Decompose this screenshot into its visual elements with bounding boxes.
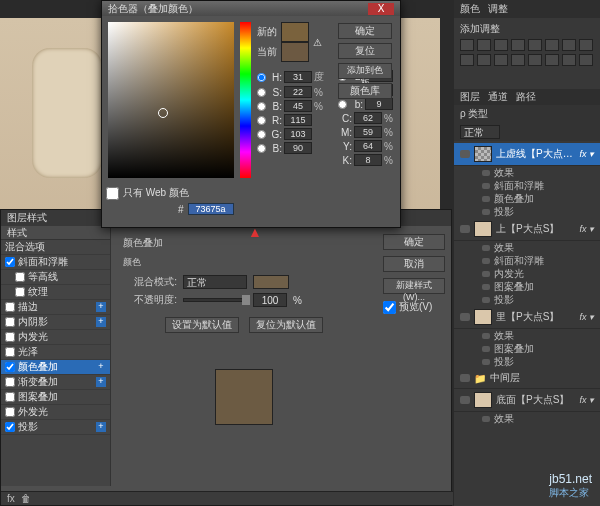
layer-effect[interactable]: 投影 bbox=[454, 293, 600, 306]
b2-input[interactable] bbox=[365, 98, 393, 110]
m-input[interactable] bbox=[354, 126, 382, 138]
add-effect-icon[interactable]: + bbox=[96, 317, 106, 327]
tab-paths[interactable]: 路径 bbox=[516, 90, 536, 104]
visibility-icon[interactable] bbox=[482, 284, 490, 290]
picker-cancel-button[interactable]: 复位 bbox=[338, 43, 392, 59]
opacity-slider[interactable] bbox=[183, 298, 247, 302]
adjustment-icon[interactable] bbox=[511, 39, 525, 51]
adjustment-icon[interactable] bbox=[545, 54, 559, 66]
style-checkbox[interactable] bbox=[5, 317, 15, 327]
style-item[interactable]: 颜色叠加+ bbox=[1, 360, 110, 375]
layer-effect[interactable]: 效果 bbox=[454, 166, 600, 179]
adjustment-icon[interactable] bbox=[494, 39, 508, 51]
blend-mode-select[interactable]: 正常 bbox=[183, 275, 247, 289]
style-item[interactable]: 混合选项 bbox=[1, 240, 110, 255]
layer-effect[interactable]: 图案叠加 bbox=[454, 280, 600, 293]
adjustment-icon[interactable] bbox=[528, 39, 542, 51]
layer-blend-mode[interactable]: 正常 bbox=[460, 125, 500, 139]
adjustment-icon[interactable] bbox=[460, 39, 474, 51]
adjustment-icon[interactable] bbox=[477, 54, 491, 66]
style-checkbox[interactable] bbox=[15, 287, 25, 297]
color-picker-titlebar[interactable]: 拾色器（叠加颜色） X bbox=[102, 1, 400, 16]
style-item[interactable]: 斜面和浮雕 bbox=[1, 255, 110, 270]
trash-icon[interactable]: 🗑 bbox=[21, 493, 31, 504]
web-only-checkbox[interactable] bbox=[106, 187, 119, 200]
add-effect-icon[interactable]: + bbox=[96, 422, 106, 432]
style-item[interactable]: 纹理 bbox=[1, 285, 110, 300]
fx-icon[interactable]: fx bbox=[7, 493, 15, 504]
visibility-icon[interactable] bbox=[482, 258, 490, 264]
style-checkbox[interactable] bbox=[5, 407, 15, 417]
visibility-icon[interactable] bbox=[482, 209, 490, 215]
adjustment-icon[interactable] bbox=[579, 39, 593, 51]
adjustment-icon[interactable] bbox=[528, 54, 542, 66]
adjustment-icon[interactable] bbox=[562, 54, 576, 66]
visibility-icon[interactable] bbox=[482, 346, 490, 352]
layer-effect[interactable]: 效果 bbox=[454, 329, 600, 342]
tab-adjust[interactable]: 调整 bbox=[488, 2, 508, 16]
style-item[interactable]: 描边+ bbox=[1, 300, 110, 315]
tab-color[interactable]: 颜色 bbox=[460, 2, 480, 16]
visibility-icon[interactable] bbox=[482, 359, 490, 365]
visibility-icon[interactable] bbox=[482, 170, 490, 176]
bb-input[interactable] bbox=[284, 142, 312, 154]
picker-ok-button[interactable]: 确定 bbox=[338, 23, 392, 39]
style-item[interactable]: 等高线 bbox=[1, 270, 110, 285]
style-checkbox[interactable] bbox=[5, 332, 15, 342]
layer-effect[interactable]: 内发光 bbox=[454, 267, 600, 280]
cancel-button[interactable]: 取消 bbox=[383, 256, 445, 272]
fx-badge[interactable]: fx ▾ bbox=[579, 149, 594, 159]
layer-row[interactable]: 上【P大点S】fx ▾ bbox=[454, 218, 600, 241]
visibility-icon[interactable] bbox=[460, 374, 470, 382]
layer-effect[interactable]: 效果 bbox=[454, 412, 600, 425]
visibility-icon[interactable] bbox=[460, 313, 470, 321]
adjustment-icon[interactable] bbox=[511, 54, 525, 66]
style-checkbox[interactable] bbox=[15, 272, 25, 282]
r-input[interactable] bbox=[284, 114, 312, 126]
visibility-icon[interactable] bbox=[460, 150, 470, 158]
style-item[interactable]: 内阴影+ bbox=[1, 315, 110, 330]
color-field[interactable] bbox=[108, 22, 234, 178]
s-input[interactable] bbox=[284, 86, 312, 98]
layer-row[interactable]: 里【P大点S】fx ▾ bbox=[454, 306, 600, 329]
fx-badge[interactable]: fx ▾ bbox=[579, 312, 594, 322]
visibility-icon[interactable] bbox=[482, 196, 490, 202]
style-item[interactable]: 内发光 bbox=[1, 330, 110, 345]
close-icon[interactable]: X bbox=[368, 3, 394, 15]
add-effect-icon[interactable]: + bbox=[96, 302, 106, 312]
visibility-icon[interactable] bbox=[482, 245, 490, 251]
layer-effect[interactable]: 图案叠加 bbox=[454, 342, 600, 355]
h-radio[interactable] bbox=[257, 73, 266, 82]
g-radio[interactable] bbox=[257, 130, 266, 139]
style-checkbox[interactable] bbox=[5, 302, 15, 312]
style-checkbox[interactable] bbox=[5, 347, 15, 357]
layer-effect[interactable]: 投影 bbox=[454, 355, 600, 368]
bb-radio[interactable] bbox=[257, 144, 266, 153]
layer-effect[interactable]: 颜色叠加 bbox=[454, 192, 600, 205]
color-cursor[interactable] bbox=[158, 108, 168, 118]
fx-badge[interactable]: fx ▾ bbox=[579, 395, 594, 405]
g-input[interactable] bbox=[284, 128, 312, 140]
overlay-color-swatch[interactable] bbox=[253, 275, 289, 289]
visibility-icon[interactable] bbox=[482, 416, 490, 422]
b2-radio[interactable] bbox=[338, 100, 347, 109]
layer-row[interactable]: 底面【P大点S】fx ▾ bbox=[454, 389, 600, 412]
preview-checkbox[interactable]: 预览(V) bbox=[383, 300, 445, 314]
add-swatch-button[interactable]: 添加到色板 bbox=[338, 63, 392, 79]
b-radio[interactable] bbox=[257, 102, 266, 111]
layer-thumbnail[interactable] bbox=[474, 309, 492, 325]
layer-row[interactable]: 📁中间层 bbox=[454, 368, 600, 389]
s-radio[interactable] bbox=[257, 88, 266, 97]
gamut-warning-icon[interactable]: ⚠ bbox=[313, 37, 322, 48]
adjustment-icon[interactable] bbox=[477, 39, 491, 51]
add-effect-icon[interactable]: + bbox=[96, 377, 106, 387]
adjustment-icon[interactable] bbox=[494, 54, 508, 66]
adjustment-icon[interactable] bbox=[460, 54, 474, 66]
layer-effect[interactable]: 斜面和浮雕 bbox=[454, 254, 600, 267]
visibility-icon[interactable] bbox=[460, 225, 470, 233]
tab-channels[interactable]: 通道 bbox=[488, 90, 508, 104]
layer-thumbnail[interactable] bbox=[474, 146, 492, 162]
adjustment-icon[interactable] bbox=[579, 54, 593, 66]
style-item[interactable]: 投影+ bbox=[1, 420, 110, 435]
hue-slider[interactable] bbox=[240, 22, 251, 178]
